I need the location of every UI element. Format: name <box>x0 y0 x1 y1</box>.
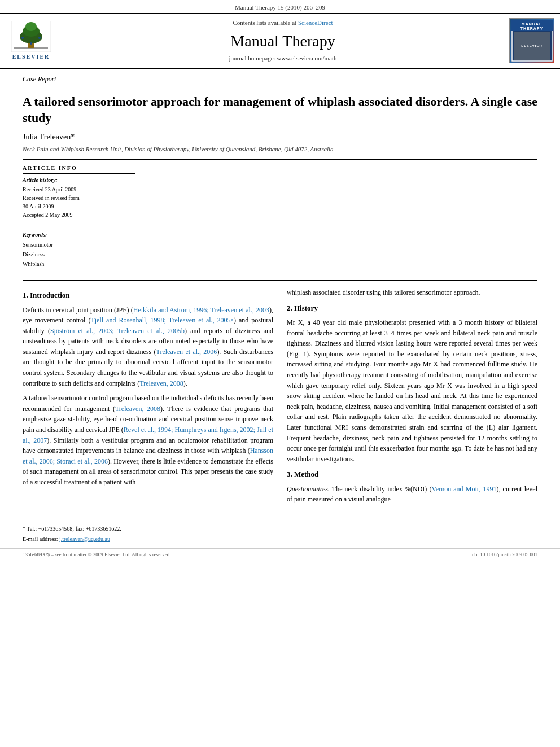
author-name-text: Julia Treleaven* <box>23 133 75 141</box>
method-heading: 3. Method <box>287 469 537 480</box>
keyword-1: Sensorimotor <box>23 240 135 250</box>
email-link[interactable]: j.treleaven@uq.edu.au <box>59 536 110 542</box>
intro-heading: 1. Introduction <box>23 290 273 301</box>
section-label: Case Report <box>23 75 537 84</box>
cover-image: MANUAL THERAPY Elsevier <box>511 20 553 62</box>
section-divider <box>23 159 537 160</box>
intro-paragraph-2: A tailored sensorimotor control program … <box>23 393 273 487</box>
svg-text:Elsevier: Elsevier <box>521 44 542 47</box>
intro-paragraph-2-cont: whiplash associated disorder using this … <box>287 287 537 298</box>
sciencedirect-link[interactable]: ScienceDirect <box>298 19 333 26</box>
footer-area: * Tel.: +61733654568; fax: +61733651622.… <box>0 521 560 548</box>
ref-heikkila[interactable]: Heikkila and Astrom, 1996; Treleaven et … <box>133 306 269 314</box>
svg-point-7 <box>38 37 41 39</box>
sciencedirect-label: Contents lists available at <box>233 19 298 26</box>
accepted: Accepted 2 May 2009 <box>23 211 135 219</box>
article-info-heading: ARTICLE INFO <box>23 164 135 174</box>
citation-bar: Manual Therapy 15 (2010) 206–209 <box>0 0 560 14</box>
keywords-list: Sensorimotor Dizziness Whiplash <box>23 240 135 269</box>
svg-point-6 <box>21 37 24 39</box>
keywords-section: Keywords: Sensorimotor Dizziness Whiplas… <box>23 231 135 269</box>
questionnaires-label: Questionnaires. <box>287 485 330 493</box>
abstract-area <box>152 164 537 276</box>
affiliation: Neck Pain and Whiplash Research Unit, Di… <box>23 145 537 154</box>
journal-title: Manual Therapy <box>56 30 509 52</box>
history-paragraph-1: Mr X, a 40 year old male physiotherapist… <box>287 317 537 464</box>
ref-vernon[interactable]: Vernon and Moir, 1991 <box>431 485 496 493</box>
article-info-column: ARTICLE INFO Article history: Received 2… <box>23 164 135 276</box>
article-content: Case Report A tailored sensorimotor appr… <box>0 69 560 514</box>
ref-treleaven2008b[interactable]: Treleaven, 2008 <box>115 405 160 413</box>
elsevier-brand: ELSEVIER <box>12 53 50 61</box>
body-col-right: whiplash associated disorder using this … <box>287 287 537 509</box>
author-name: Julia Treleaven* <box>23 132 537 143</box>
journal-center: Contents lists available at ScienceDirec… <box>56 19 509 63</box>
ref-treleaven2006[interactable]: Treleaven et al., 2006 <box>156 348 217 356</box>
keywords-divider <box>23 226 135 226</box>
keyword-2: Dizziness <box>23 250 135 259</box>
article-meta-layout: ARTICLE INFO Article history: Received 2… <box>23 164 537 276</box>
journal-header: ELSEVIER Contents lists available at Sci… <box>0 14 560 69</box>
received1: Received 23 April 2009 <box>23 185 135 194</box>
svg-point-8 <box>30 42 32 45</box>
body-columns: 1. Introduction Deficits in cervical joi… <box>23 287 537 509</box>
body-divider <box>23 280 537 281</box>
page: Manual Therapy 15 (2010) 206–209 E <box>0 0 560 747</box>
keywords-label: Keywords: <box>23 231 135 239</box>
svg-text:MANUAL: MANUAL <box>521 22 541 26</box>
intro-paragraph-1: Deficits in cervical joint position (JPE… <box>23 305 273 389</box>
journal-cover: MANUAL THERAPY Elsevier <box>509 18 554 63</box>
history-label: Article history: <box>23 176 135 184</box>
ref-tjell[interactable]: Tjell and Rosenhall, 1998; Treleaven et … <box>90 316 234 324</box>
elsevier-logo: ELSEVIER <box>6 21 56 61</box>
ref-sjostrom[interactable]: Sjöström et al., 2003; Treleaven et al.,… <box>50 327 185 335</box>
ref-treleaven2008a[interactable]: Treleaven, 2008 <box>139 379 183 387</box>
journal-homepage: journal homepage: www.elsevier.com/math <box>56 54 509 63</box>
ref-hansson[interactable]: Hansson et al., 2006; Storaci et al., 20… <box>23 447 273 465</box>
method-paragraph-1: Questionnaires. The neck disability inde… <box>287 484 537 505</box>
copyright-text: 1356-689X/$ – see front matter © 2009 El… <box>23 551 171 558</box>
copyright-bar: 1356-689X/$ – see front matter © 2009 El… <box>0 548 560 561</box>
email-label: E-mail address: <box>23 536 59 542</box>
history-section: Article history: Received 23 April 2009 … <box>23 176 135 219</box>
sciencedirect-line: Contents lists available at ScienceDirec… <box>56 19 509 27</box>
elsevier-tree-icon <box>11 21 51 52</box>
article-title: A tailored sensorimotor approach for man… <box>23 94 537 126</box>
footnote-email: E-mail address: j.treleaven@uq.edu.au <box>23 535 537 544</box>
history-heading: 2. History <box>287 303 537 314</box>
body-col-left: 1. Introduction Deficits in cervical joi… <box>23 287 273 509</box>
keyword-3: Whiplash <box>23 259 135 269</box>
footnote-tel: * Tel.: +61733654568; fax: +61733651622. <box>23 525 537 534</box>
ref-revel[interactable]: Revel et al., 1994; Humphreys and Irgens… <box>23 426 273 444</box>
received2b: 30 April 2009 <box>23 202 135 211</box>
title-divider <box>23 89 537 89</box>
svg-point-5 <box>25 22 37 31</box>
received2: Received in revised form <box>23 194 135 202</box>
doi-text: doi:10.1016/j.math.2009.05.001 <box>472 551 537 558</box>
svg-text:THERAPY: THERAPY <box>520 27 542 30</box>
citation-text: Manual Therapy 15 (2010) 206–209 <box>235 4 325 11</box>
